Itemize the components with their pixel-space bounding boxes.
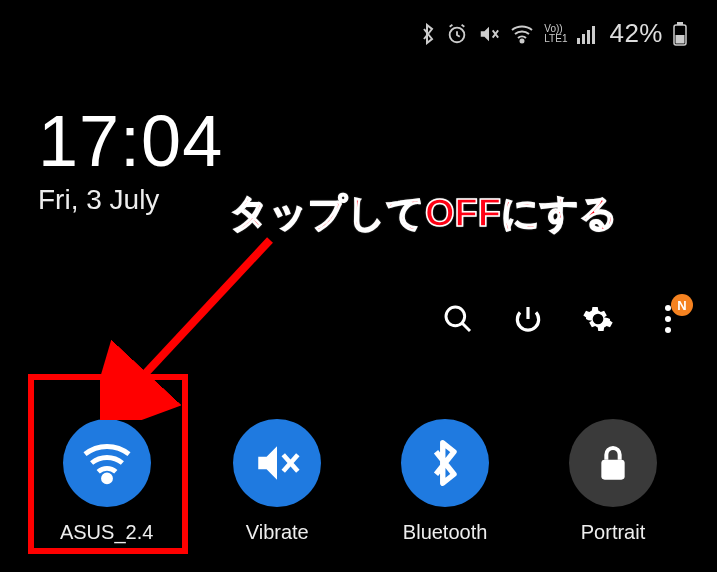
svg-rect-2	[577, 38, 580, 44]
quick-settings-row: ASUS_2.4 Vibrate Bluetooth Portrait	[0, 419, 717, 544]
bluetooth-icon	[420, 23, 436, 45]
svg-point-13	[103, 475, 110, 482]
battery-icon	[673, 22, 687, 46]
svg-rect-4	[587, 30, 590, 44]
network-badge: Vo)) LTE1	[544, 24, 567, 44]
svg-rect-8	[676, 35, 685, 44]
svg-rect-7	[677, 22, 683, 25]
bluetooth-icon	[401, 419, 489, 507]
power-button[interactable]	[509, 300, 547, 338]
qs-bluetooth-label: Bluetooth	[403, 521, 488, 544]
lte-label: LTE1	[544, 34, 567, 44]
clock-block: 17:04 Fri, 3 July	[38, 100, 223, 216]
qs-sound-label: Vibrate	[246, 521, 309, 544]
svg-rect-5	[592, 26, 595, 44]
svg-line-15	[130, 240, 270, 390]
qs-rotation-label: Portrait	[581, 521, 645, 544]
svg-point-11	[665, 316, 671, 322]
annotation-arrow-icon	[100, 220, 300, 420]
status-bar: Vo)) LTE1 42%	[420, 18, 687, 49]
qs-sound-toggle[interactable]: Vibrate	[233, 419, 321, 544]
wifi-icon	[510, 24, 534, 44]
clock-date: Fri, 3 July	[38, 184, 223, 216]
qs-wifi-toggle[interactable]: ASUS_2.4	[60, 419, 153, 544]
qs-bluetooth-toggle[interactable]: Bluetooth	[401, 419, 489, 544]
vibrate-icon	[233, 419, 321, 507]
battery-percentage: 42%	[609, 18, 663, 49]
clock-time: 17:04	[38, 100, 223, 182]
svg-point-12	[665, 327, 671, 333]
wifi-icon	[63, 419, 151, 507]
panel-tools: N	[439, 300, 687, 338]
settings-button[interactable]	[579, 300, 617, 338]
annotation-text: タップしてOFFにする	[230, 188, 618, 239]
svg-point-9	[446, 307, 465, 326]
search-button[interactable]	[439, 300, 477, 338]
svg-rect-14	[601, 460, 624, 480]
more-button[interactable]: N	[649, 300, 687, 338]
svg-point-1	[521, 39, 524, 42]
qs-wifi-label: ASUS_2.4	[60, 521, 153, 544]
more-badge: N	[671, 294, 693, 316]
alarm-icon	[446, 23, 468, 45]
svg-rect-3	[582, 34, 585, 44]
portrait-lock-icon	[569, 419, 657, 507]
volte-label: Vo))	[544, 24, 567, 34]
signal-icon	[577, 24, 599, 44]
mute-icon	[478, 23, 500, 45]
qs-rotation-toggle[interactable]: Portrait	[569, 419, 657, 544]
